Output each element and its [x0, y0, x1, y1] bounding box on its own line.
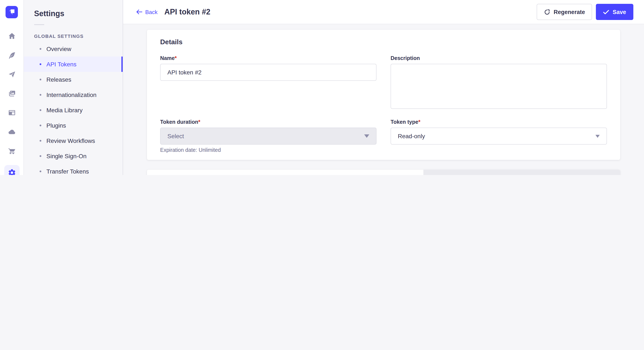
gear-icon — [8, 169, 16, 175]
sidebar-title-divider — [34, 24, 44, 25]
permissions-column: Permissions Only actions bound by a rout… — [147, 170, 423, 175]
bullet-icon — [40, 155, 41, 157]
name-label: Name* — [160, 55, 376, 61]
sidebar-title: Settings — [34, 9, 123, 18]
regenerate-icon — [544, 9, 550, 15]
sidebar-item-single-sign-on[interactable]: Single Sign-On — [24, 149, 123, 164]
chevron-down-icon — [596, 135, 600, 138]
token-duration-hint: Expiration date: Unlimited — [160, 147, 376, 153]
rail-item-home[interactable] — [6, 31, 17, 41]
layout-icon — [8, 108, 16, 117]
home-icon — [8, 32, 16, 40]
cart-icon — [8, 147, 16, 155]
images-icon — [8, 89, 16, 98]
regenerate-label: Regenerate — [554, 9, 585, 15]
paper-plane-icon — [8, 70, 16, 79]
save-label: Save — [613, 9, 626, 15]
description-field-group: Description — [390, 55, 607, 111]
strapi-logo[interactable] — [6, 6, 18, 18]
page-title: API token #2 — [164, 7, 210, 16]
token-type-value: Read-only — [398, 133, 596, 140]
sidebar-item-releases[interactable]: Releases — [24, 72, 123, 87]
back-label: Back — [145, 9, 158, 15]
back-link[interactable]: Back — [136, 9, 158, 15]
rail-nav — [4, 31, 20, 175]
token-duration-value: Select — [168, 133, 364, 140]
token-type-select[interactable]: Read-only — [390, 128, 607, 145]
rail-item-content-manager[interactable] — [6, 108, 17, 118]
required-mark: * — [175, 55, 177, 61]
token-type-field-group: Token type* Read-only — [390, 119, 607, 145]
description-textarea[interactable] — [390, 64, 607, 109]
back-arrow-icon — [136, 9, 142, 14]
required-mark: * — [418, 119, 420, 125]
name-field-group: Name* — [160, 55, 376, 81]
rail-item-marketplace[interactable] — [6, 146, 17, 156]
rail-item-media[interactable] — [6, 88, 17, 99]
name-input[interactable] — [160, 64, 376, 81]
token-duration-field-group: Token duration* Select Expiration date: … — [160, 119, 376, 153]
rail-item-content[interactable] — [6, 50, 17, 60]
bullet-icon — [40, 94, 41, 96]
permissions-card: Permissions Only actions bound by a rout… — [147, 170, 620, 175]
strapi-logo-icon — [8, 8, 15, 16]
bullet-icon — [40, 48, 41, 50]
feather-icon — [8, 51, 16, 59]
check-icon — [603, 9, 609, 14]
sidebar-item-plugins[interactable]: Plugins — [24, 118, 123, 133]
chevron-down-icon — [364, 134, 369, 138]
details-heading: Details — [160, 38, 607, 46]
rail-item-deploy[interactable] — [6, 69, 17, 80]
sidebar-item-review-workflows[interactable]: Review Workflows — [24, 133, 123, 149]
regenerate-button[interactable]: Regenerate — [537, 4, 592, 20]
nav-section-global-settings: GLOBAL SETTINGS — [34, 34, 123, 39]
main-area: Back API token #2 Regenerate Save Detail… — [123, 0, 644, 175]
content-scroll-area[interactable]: Details Name* Description Token duration… — [123, 24, 644, 175]
page-header: Back API token #2 Regenerate Save — [123, 0, 644, 24]
bullet-icon — [40, 171, 41, 172]
bullet-icon — [40, 109, 41, 111]
bullet-icon — [40, 63, 41, 65]
save-button[interactable]: Save — [596, 4, 633, 20]
bullet-icon — [40, 140, 41, 142]
sidebar-item-internationalization[interactable]: Internationalization — [24, 87, 123, 103]
required-mark: * — [198, 119, 200, 125]
sidebar-item-api-tokens[interactable]: API Tokens — [24, 57, 123, 72]
sidebar-item-media-library[interactable]: Media Library — [24, 103, 123, 118]
rail-item-settings[interactable] — [4, 165, 20, 175]
token-duration-select[interactable]: Select — [160, 128, 376, 145]
bullet-icon — [40, 79, 41, 80]
bullet-icon — [40, 125, 41, 126]
cloud-icon — [8, 128, 16, 136]
details-form: Name* Description Token duration* Select — [160, 55, 607, 153]
sidebar-item-overview[interactable]: Overview — [24, 41, 123, 57]
sidebar-item-transfer-tokens[interactable]: Transfer Tokens — [24, 164, 123, 175]
rail-item-cloud[interactable] — [6, 127, 17, 137]
app-window: KD Settings GLOBAL SETTINGS Overview API… — [0, 0, 644, 175]
description-label: Description — [390, 55, 607, 61]
token-duration-label: Token duration* — [160, 119, 376, 125]
advanced-settings-panel: Advanced settings Select the application… — [423, 170, 620, 175]
token-type-label: Token type* — [390, 119, 607, 125]
settings-sidebar: Settings GLOBAL SETTINGS Overview API To… — [24, 0, 123, 175]
workspace-rail: KD — [0, 0, 24, 175]
details-card: Details Name* Description Token duration… — [147, 30, 620, 160]
